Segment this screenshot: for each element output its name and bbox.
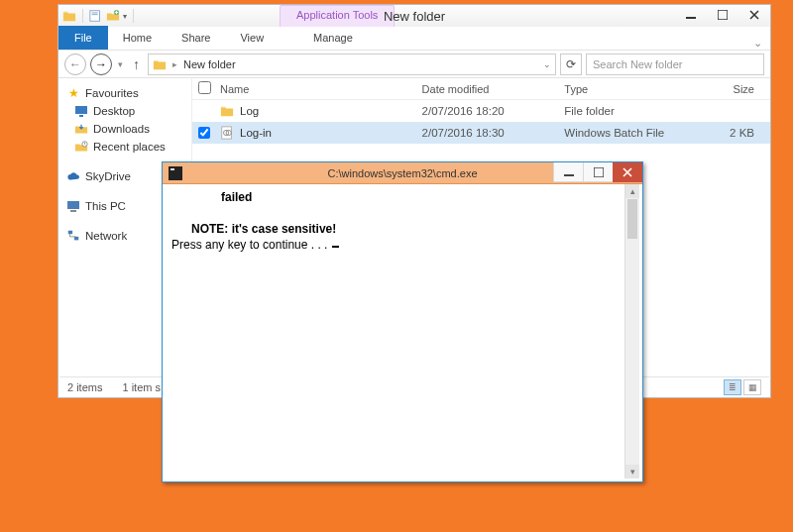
quick-access-toolbar: ▾ [58,9,141,23]
batch-file-icon [220,126,234,140]
cmd-minimize-button[interactable] [553,162,583,182]
column-type[interactable]: Type [564,83,695,95]
file-size: 2 KB [695,127,764,139]
refresh-button[interactable]: ⟳ [560,53,582,75]
downloads-icon [74,122,88,136]
file-name: Log-in [240,127,272,139]
address-bar[interactable]: ▸ New folder ⌄ [148,53,556,75]
svg-rect-6 [75,106,87,114]
cmd-title: C:\windows\system32\cmd.exe [328,167,478,179]
file-checkbox[interactable] [198,127,210,139]
tree-label: Desktop [93,105,135,117]
cmd-titlebar[interactable]: C:\windows\system32\cmd.exe [163,162,642,184]
svg-rect-17 [594,167,604,177]
tree-label: This PC [85,200,126,212]
minimize-button[interactable] [675,5,707,25]
ribbon-tab-home[interactable]: Home [108,26,167,50]
column-name[interactable]: Name [220,83,422,95]
tree-favourites[interactable]: ★ Favourites [66,84,191,102]
qat-more-icon[interactable]: ▾ [123,12,127,21]
svg-rect-5 [718,10,728,20]
folder-icon [62,9,76,23]
svg-rect-12 [74,237,78,241]
column-date[interactable]: Date modified [422,83,565,95]
svg-rect-2 [92,14,98,15]
tree-downloads[interactable]: Downloads [66,120,191,138]
address-dropdown-icon[interactable]: ⌄ [543,59,551,69]
svg-rect-4 [686,17,696,19]
context-tab-application-tools[interactable]: Application Tools [280,5,395,27]
select-all-checkbox[interactable] [198,81,211,94]
svg-rect-9 [67,201,79,209]
file-type: Windows Batch File [564,127,695,139]
file-row[interactable]: Log 2/07/2016 18:20 File folder [192,100,770,122]
cmd-maximize-button[interactable] [583,162,613,182]
cmd-line: Press any key to continue . . . [171,238,331,252]
address-row: ← → ▾ ↑ ▸ New folder ⌄ ⟳ Search New fold… [58,51,770,78]
ribbon-tab-view[interactable]: View [225,26,279,50]
svg-rect-11 [68,231,72,235]
tree-label: Recent places [93,141,166,153]
svg-rect-7 [79,115,83,117]
ribbon-tab-file[interactable]: File [58,26,108,50]
pc-icon [66,199,80,213]
tree-recent-places[interactable]: Recent places [66,138,191,156]
address-path-segment[interactable]: New folder [183,58,236,70]
tree-label: SkyDrive [85,170,131,182]
file-row[interactable]: Log-in 2/07/2016 18:30 Windows Batch Fil… [192,122,770,144]
cmd-window: C:\windows\system32\cmd.exe failed NOTE:… [162,161,643,482]
cmd-icon [169,166,182,180]
properties-icon[interactable] [89,9,103,23]
tree-label: Network [85,230,127,242]
details-view-button[interactable]: ≣ [724,379,741,395]
file-date: 2/07/2016 18:30 [422,127,565,139]
tree-label: Favourites [85,87,139,99]
folder-icon [153,57,167,71]
explorer-titlebar[interactable]: ▾ Application Tools New folder [58,5,770,27]
svg-rect-16 [564,174,574,176]
columns-header: Name Date modified Type Size [192,78,770,100]
status-item-count: 2 items [67,381,102,393]
scroll-thumb[interactable] [627,199,637,239]
file-date: 2/07/2016 18:20 [422,105,565,117]
cmd-line: failed [171,190,252,204]
scroll-down-icon[interactable]: ▾ [625,465,639,479]
ribbon-tab-manage[interactable]: Manage [298,26,368,50]
cursor-icon [332,246,339,248]
star-icon: ★ [66,86,80,100]
search-input[interactable]: Search New folder [586,53,764,75]
cloud-icon [66,169,80,183]
svg-rect-1 [92,13,98,14]
file-type: File folder [564,105,695,117]
cmd-close-button[interactable] [613,162,642,182]
file-name: Log [240,105,259,117]
cmd-scrollbar[interactable]: ▴ ▾ [624,184,639,479]
icons-view-button[interactable]: ▦ [743,379,761,395]
column-size[interactable]: Size [695,83,764,95]
ribbon-help-icon[interactable]: ⌄ [745,37,770,50]
recent-icon [74,140,88,154]
nav-back-button[interactable]: ← [64,53,86,75]
svg-rect-10 [70,210,76,212]
close-button[interactable] [738,5,770,25]
cmd-line: NOTE: it's case sensitive! [171,222,336,236]
tree-desktop[interactable]: Desktop [66,102,191,120]
status-selection: 1 item s [122,381,161,393]
chevron-right-icon: ▸ [172,59,177,69]
folder-icon [220,104,234,118]
scroll-up-icon[interactable]: ▴ [625,184,639,198]
window-title: New folder [384,9,445,24]
nav-forward-button[interactable]: → [90,53,112,75]
nav-history-dropdown[interactable]: ▾ [116,59,125,69]
svg-rect-0 [90,11,100,22]
ribbon-tab-share[interactable]: Share [167,26,225,50]
ribbon-tabs: File Home Share View Manage ⌄ [58,27,770,51]
nav-up-button[interactable]: ↑ [129,56,144,72]
cmd-output: failed NOTE: it's case sensitive! Press … [166,184,639,479]
new-folder-icon[interactable] [106,9,120,23]
maximize-button[interactable] [707,5,738,25]
desktop-icon [74,104,88,118]
tree-label: Downloads [93,123,150,135]
network-icon [66,229,80,243]
